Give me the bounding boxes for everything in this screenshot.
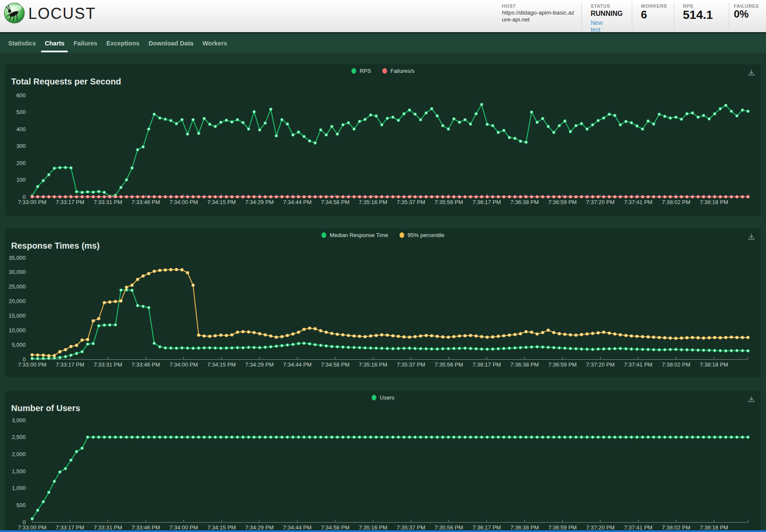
rps-chart-canvas: 01002003004005006007:33:00 PM7:33:17 PM7… <box>5 64 761 216</box>
svg-text:7:37:20 PM: 7:37:20 PM <box>586 524 615 530</box>
failures-value: 0% <box>734 8 749 20</box>
users-chart-panel: Number of Users Users 05001,0001,5002,00… <box>5 391 761 530</box>
svg-text:1,000: 1,000 <box>12 485 26 491</box>
svg-text:2,500: 2,500 <box>12 434 26 440</box>
workers-value: 6 <box>641 8 647 21</box>
svg-text:7:37:20 PM: 7:37:20 PM <box>586 199 615 205</box>
locust-logo: LOCUST <box>4 3 96 24</box>
svg-text:7:34:44 PM: 7:34:44 PM <box>283 199 312 205</box>
svg-text:5,000: 5,000 <box>12 342 26 348</box>
svg-text:7:34:00 PM: 7:34:00 PM <box>169 361 198 368</box>
svg-text:7:33:17 PM: 7:33:17 PM <box>56 524 84 530</box>
svg-text:200: 200 <box>16 160 26 166</box>
svg-text:2,000: 2,000 <box>12 451 26 457</box>
svg-text:7:38:02 PM: 7:38:02 PM <box>662 524 691 530</box>
svg-text:7:34:15 PM: 7:34:15 PM <box>207 199 236 205</box>
svg-text:7:36:59 PM: 7:36:59 PM <box>548 361 577 368</box>
svg-text:7:38:18 PM: 7:38:18 PM <box>700 199 728 205</box>
logo-wordmark: LOCUST <box>28 5 96 23</box>
svg-text:7:35:56 PM: 7:35:56 PM <box>435 361 463 368</box>
svg-text:20,000: 20,000 <box>9 298 26 304</box>
svg-text:7:33:17 PM: 7:33:17 PM <box>56 199 84 205</box>
svg-text:7:36:38 PM: 7:36:38 PM <box>511 361 539 368</box>
stat-separator <box>729 3 729 29</box>
svg-text:3,000: 3,000 <box>12 417 26 424</box>
svg-text:7:38:18 PM: 7:38:18 PM <box>700 524 728 530</box>
tab-exceptions[interactable]: Exceptions <box>103 33 143 53</box>
svg-text:7:37:41 PM: 7:37:41 PM <box>624 199 653 205</box>
svg-text:7:34:58 PM: 7:34:58 PM <box>321 361 350 368</box>
tab-charts[interactable]: Charts <box>41 33 68 53</box>
users-chart-canvas: 05001,0001,5002,0002,5003,0007:33:00 PM7… <box>5 391 761 530</box>
svg-text:7:33:00 PM: 7:33:00 PM <box>18 361 47 368</box>
tab-workers[interactable]: Workers <box>199 33 231 53</box>
svg-text:7:33:46 PM: 7:33:46 PM <box>132 199 160 205</box>
new-test-link[interactable]: New test <box>591 19 603 33</box>
host-value: https://didago-apim-basic.azure-api.net <box>502 9 576 23</box>
svg-text:500: 500 <box>16 502 26 508</box>
bottom-accent-bar <box>0 530 766 532</box>
tab-download-data[interactable]: Download Data <box>145 33 197 53</box>
svg-text:7:33:00 PM: 7:33:00 PM <box>18 524 47 530</box>
svg-text:7:34:29 PM: 7:34:29 PM <box>245 361 274 368</box>
svg-text:7:35:37 PM: 7:35:37 PM <box>397 361 425 368</box>
svg-text:300: 300 <box>16 143 26 149</box>
svg-text:7:34:58 PM: 7:34:58 PM <box>321 524 350 530</box>
status-label: STATUS <box>591 3 610 9</box>
svg-text:35,000: 35,000 <box>9 255 26 261</box>
host-label: HOST <box>502 3 516 9</box>
svg-text:7:33:00 PM: 7:33:00 PM <box>18 199 47 205</box>
svg-text:7:36:17 PM: 7:36:17 PM <box>472 199 501 205</box>
tab-failures[interactable]: Failures <box>70 33 101 53</box>
svg-text:7:34:44 PM: 7:34:44 PM <box>283 524 312 530</box>
svg-text:400: 400 <box>16 126 26 132</box>
svg-text:7:38:02 PM: 7:38:02 PM <box>662 361 691 368</box>
svg-text:7:35:37 PM: 7:35:37 PM <box>397 199 425 205</box>
svg-text:7:34:44 PM: 7:34:44 PM <box>283 361 312 368</box>
svg-text:7:35:56 PM: 7:35:56 PM <box>435 524 463 530</box>
svg-text:600: 600 <box>16 92 26 99</box>
svg-text:7:38:18 PM: 7:38:18 PM <box>700 361 728 368</box>
svg-text:7:34:29 PM: 7:34:29 PM <box>245 199 274 205</box>
rps-value: 514.1 <box>683 8 713 22</box>
svg-text:7:37:41 PM: 7:37:41 PM <box>624 524 653 530</box>
status-value: RUNNING <box>591 10 623 18</box>
svg-text:7:35:56 PM: 7:35:56 PM <box>435 199 463 205</box>
svg-text:7:36:17 PM: 7:36:17 PM <box>472 361 501 368</box>
svg-text:7:36:17 PM: 7:36:17 PM <box>472 524 501 530</box>
svg-text:7:33:46 PM: 7:33:46 PM <box>132 361 160 368</box>
svg-text:1,500: 1,500 <box>12 468 26 475</box>
svg-text:25,000: 25,000 <box>9 283 26 290</box>
svg-text:7:37:20 PM: 7:37:20 PM <box>586 361 615 368</box>
tab-statistics[interactable]: Statistics <box>5 33 39 53</box>
stat-separator <box>632 3 632 29</box>
svg-text:30,000: 30,000 <box>9 269 26 275</box>
svg-text:7:35:16 PM: 7:35:16 PM <box>359 524 388 530</box>
svg-text:7:33:31 PM: 7:33:31 PM <box>93 361 122 368</box>
svg-text:7:34:58 PM: 7:34:58 PM <box>321 199 350 205</box>
svg-text:7:38:02 PM: 7:38:02 PM <box>662 199 691 205</box>
locust-logo-icon <box>4 3 25 24</box>
svg-text:7:35:37 PM: 7:35:37 PM <box>397 524 425 530</box>
main-navbar: Statistics Charts Failures Exceptions Do… <box>0 33 766 53</box>
svg-text:7:33:46 PM: 7:33:46 PM <box>132 524 160 530</box>
svg-text:7:36:59 PM: 7:36:59 PM <box>548 524 577 530</box>
svg-text:15,000: 15,000 <box>9 313 26 319</box>
svg-text:100: 100 <box>16 177 26 183</box>
stat-separator <box>581 3 582 29</box>
rps-chart-panel: Total Requests per Second RPS Failures/s… <box>5 64 761 216</box>
svg-text:7:36:59 PM: 7:36:59 PM <box>548 199 577 205</box>
svg-text:7:33:31 PM: 7:33:31 PM <box>93 199 122 205</box>
stat-separator <box>674 3 674 29</box>
svg-text:7:34:00 PM: 7:34:00 PM <box>169 199 198 205</box>
svg-text:10,000: 10,000 <box>9 327 26 334</box>
svg-text:7:34:00 PM: 7:34:00 PM <box>169 524 198 530</box>
svg-text:7:33:31 PM: 7:33:31 PM <box>93 524 122 530</box>
svg-text:7:34:29 PM: 7:34:29 PM <box>245 524 274 530</box>
svg-text:7:35:16 PM: 7:35:16 PM <box>359 361 388 368</box>
svg-text:7:36:38 PM: 7:36:38 PM <box>511 524 539 530</box>
svg-text:7:35:16 PM: 7:35:16 PM <box>359 199 388 205</box>
response-times-chart-panel: Response Times (ms) Median Response Time… <box>5 228 761 377</box>
svg-text:7:34:15 PM: 7:34:15 PM <box>207 361 236 368</box>
response-times-chart-canvas: 05,00010,00015,00020,00025,00030,00035,0… <box>5 228 761 377</box>
